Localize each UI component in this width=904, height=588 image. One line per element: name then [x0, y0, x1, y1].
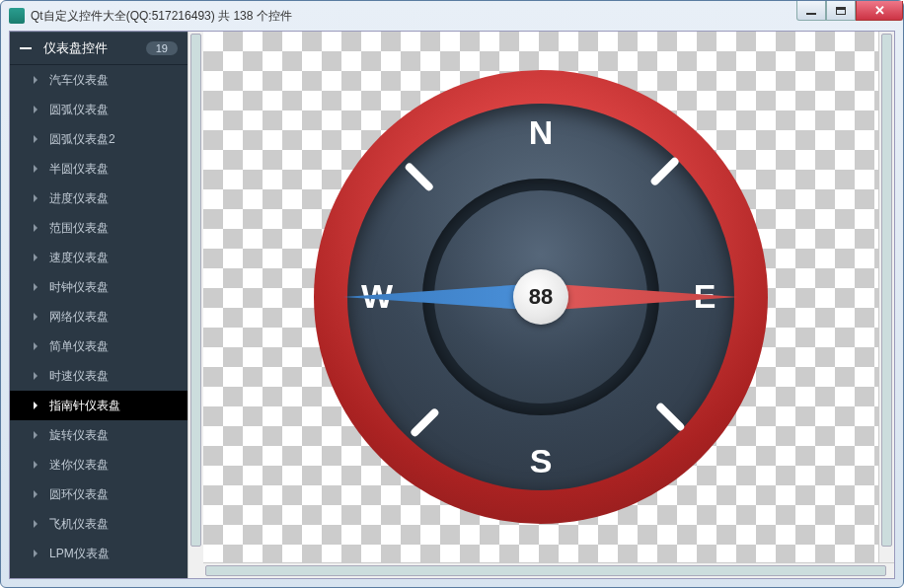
chevron-right-icon: [34, 135, 38, 143]
sidebar-item[interactable]: 旋转仪表盘: [10, 420, 188, 450]
sidebar-item-label: 圆弧仪表盘2: [49, 131, 115, 148]
window-controls: ✕: [796, 1, 903, 21]
sidebar: 仪表盘控件 19 汽车仪表盘圆弧仪表盘圆弧仪表盘2半圆仪表盘进度仪表盘范围仪表盘…: [10, 32, 188, 578]
sidebar-item-label: 圆弧仪表盘: [49, 102, 109, 118]
canvas-horizontal-scrollbar[interactable]: [203, 562, 894, 578]
minimize-button[interactable]: [796, 1, 826, 21]
sidebar-category-title: 仪表盘控件: [43, 39, 146, 57]
sidebar-item[interactable]: 范围仪表盘: [10, 213, 188, 243]
sidebar-item[interactable]: 迷你仪表盘: [10, 450, 188, 479]
chevron-right-icon: [34, 224, 38, 232]
canvas-vertical-scrollbar[interactable]: [878, 32, 894, 562]
sidebar-item[interactable]: 指南针仪表盘: [10, 391, 188, 420]
sidebar-item-label: 指南针仪表盘: [49, 398, 120, 414]
chevron-right-icon: [34, 76, 38, 84]
sidebar-item[interactable]: 时速仪表盘: [10, 361, 188, 391]
sidebar-item-label: 网络仪表盘: [49, 309, 109, 326]
chevron-right-icon: [34, 550, 38, 557]
sidebar-item-label: 半圆仪表盘: [49, 161, 109, 178]
canvas-vertical-scrollbar-thumb[interactable]: [881, 34, 892, 547]
chevron-right-icon: [34, 402, 38, 409]
sidebar-item[interactable]: 简单仪表盘: [10, 331, 188, 361]
window-title: Qt自定义控件大全(QQ:517216493) 共 138 个控件: [31, 8, 895, 25]
canvas-body: N S E W 88: [203, 32, 894, 562]
chevron-right-icon: [34, 313, 38, 321]
chevron-right-icon: [34, 106, 38, 113]
sidebar-item-label: 圆环仪表盘: [49, 486, 109, 503]
chevron-right-icon: [34, 254, 38, 261]
chevron-right-icon: [34, 431, 38, 439]
sidebar-item-label: 汽车仪表盘: [49, 72, 109, 89]
maximize-button[interactable]: [826, 1, 856, 21]
chevron-right-icon: [34, 342, 38, 350]
sidebar-scrollbar[interactable]: [188, 32, 203, 578]
minimize-icon: [806, 13, 816, 15]
sidebar-item-label: 进度仪表盘: [49, 190, 109, 207]
sidebar-item-label: 速度仪表盘: [49, 250, 109, 266]
sidebar-item[interactable]: LPM仪表盘: [10, 539, 188, 568]
titlebar[interactable]: Qt自定义控件大全(QQ:517216493) 共 138 个控件 ✕: [1, 1, 903, 31]
sidebar-item[interactable]: 速度仪表盘: [10, 243, 188, 272]
sidebar-scrollbar-thumb[interactable]: [190, 34, 201, 547]
compass-gauge: N S E W 88: [314, 70, 768, 524]
sidebar-item[interactable]: 圆环仪表盘: [10, 479, 188, 509]
sidebar-category-badge: 19: [146, 41, 178, 55]
chevron-right-icon: [34, 165, 38, 173]
canvas-wrap: N S E W 88: [203, 32, 894, 578]
sidebar-item-label: 时钟仪表盘: [49, 279, 109, 296]
chevron-right-icon: [34, 520, 38, 528]
app-icon: [9, 8, 25, 24]
compass-value: 88: [513, 269, 568, 325]
canvas: N S E W 88: [203, 32, 878, 562]
sidebar-item[interactable]: 半圆仪表盘: [10, 154, 188, 184]
sidebar-item[interactable]: 飞机仪表盘: [10, 509, 188, 539]
chevron-right-icon: [34, 461, 38, 469]
compass-needle-east: [541, 283, 738, 311]
close-button[interactable]: ✕: [856, 1, 903, 21]
sidebar-items: 汽车仪表盘圆弧仪表盘圆弧仪表盘2半圆仪表盘进度仪表盘范围仪表盘速度仪表盘时钟仪表…: [10, 65, 188, 578]
sidebar-item[interactable]: 圆弧仪表盘2: [10, 124, 188, 154]
chevron-right-icon: [34, 372, 38, 380]
sidebar-item[interactable]: 汽车仪表盘: [10, 65, 188, 95]
sidebar-item[interactable]: 网络仪表盘: [10, 302, 188, 331]
sidebar-item-label: 简单仪表盘: [49, 338, 109, 355]
sidebar-item-label: 迷你仪表盘: [49, 457, 109, 474]
maximize-icon: [836, 7, 846, 15]
sidebar-item[interactable]: 时钟仪表盘: [10, 272, 188, 302]
close-icon: ✕: [874, 3, 885, 18]
compass-needle-west: [343, 283, 541, 311]
sidebar-category-header[interactable]: 仪表盘控件 19: [10, 32, 188, 65]
sidebar-item[interactable]: 进度仪表盘: [10, 184, 188, 213]
chevron-right-icon: [34, 490, 38, 498]
client-area: 仪表盘控件 19 汽车仪表盘圆弧仪表盘圆弧仪表盘2半圆仪表盘进度仪表盘范围仪表盘…: [9, 31, 895, 579]
application-window: Qt自定义控件大全(QQ:517216493) 共 138 个控件 ✕ 仪表盘控…: [0, 0, 904, 588]
collapse-icon: [20, 47, 32, 49]
sidebar-item-label: 时速仪表盘: [49, 368, 109, 385]
sidebar-item-label: 飞机仪表盘: [49, 516, 109, 533]
sidebar-item[interactable]: 圆弧仪表盘: [10, 95, 188, 124]
sidebar-item-label: 范围仪表盘: [49, 220, 109, 237]
sidebar-item-label: 旋转仪表盘: [49, 427, 109, 444]
canvas-horizontal-scrollbar-thumb[interactable]: [205, 565, 886, 576]
chevron-right-icon: [34, 194, 38, 202]
sidebar-item-label: LPM仪表盘: [49, 546, 110, 562]
chevron-right-icon: [34, 283, 38, 291]
